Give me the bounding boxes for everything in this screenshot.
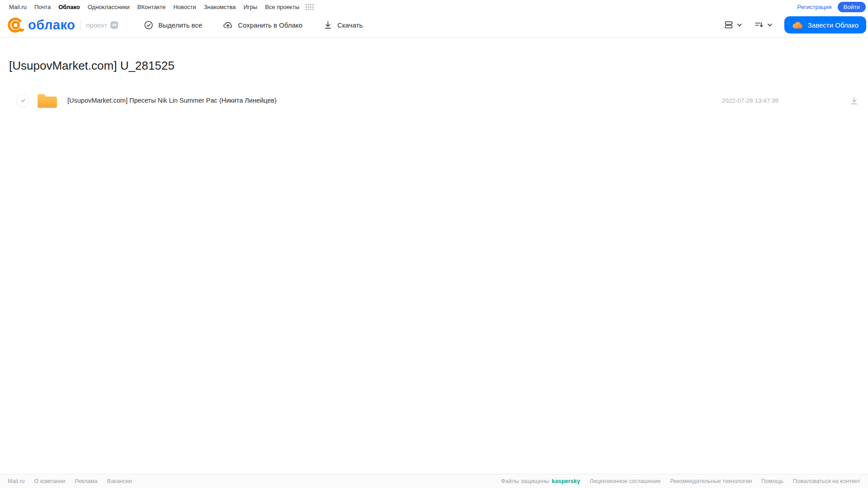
footer-link-license[interactable]: Лицензионное соглашение (590, 478, 661, 484)
footer-left-links: Mail.ru О компании Реклама Вакансии (8, 478, 132, 484)
cloud-upload-icon (223, 20, 233, 30)
save-to-cloud-label: Сохранить в Облако (238, 21, 303, 29)
save-to-cloud-button[interactable]: Сохранить в Облако (223, 20, 303, 30)
vk-project-label: проект vk (81, 20, 118, 30)
chevron-down-icon (736, 22, 743, 28)
get-cloud-button[interactable]: Завести Облако (784, 16, 866, 33)
kaspersky-protected: Файлы защищены kaspersky (501, 478, 580, 484)
row-checkbox[interactable] (16, 94, 29, 107)
topbar-link-pochta[interactable]: Почта (34, 4, 51, 10)
topbar-link-odnoklassniki[interactable]: Одноклассники (88, 4, 130, 10)
topbar-link-oblako[interactable]: Облако (58, 4, 80, 10)
sort-dropdown[interactable] (754, 20, 773, 30)
file-row[interactable]: [UsupovMarket.com] Пресеты Nik Lin Summe… (0, 88, 868, 113)
project-text: проект (86, 21, 107, 29)
protected-label: Файлы защищены (501, 478, 549, 484)
logo-wordmark: облако (28, 18, 75, 33)
folder-icon[interactable] (37, 92, 58, 109)
folder-name-link[interactable]: [UsupovMarket.com] Пресеты Nik Lin Summe… (67, 97, 277, 104)
topbar-auth: Регистрация Войти (797, 2, 866, 12)
footer-link-help[interactable]: Помощь (761, 478, 783, 484)
footer-link-ads[interactable]: Реклама (75, 478, 97, 484)
check-circle-icon (144, 20, 153, 30)
topbar-link-vse-proekty[interactable]: Все проекты (265, 4, 299, 10)
footer-link-report-content[interactable]: Пожаловаться на контент (793, 478, 860, 484)
view-mode-dropdown[interactable] (724, 20, 743, 30)
file-date: 2022-07-26 13:47:39 (722, 97, 778, 104)
cloud-logo[interactable]: облако проект vk (7, 17, 144, 33)
row-download-icon[interactable] (849, 96, 859, 105)
footer-link-about[interactable]: О компании (34, 478, 66, 484)
orange-cloud-icon (792, 21, 803, 29)
kaspersky-logo[interactable]: kaspersky (552, 478, 580, 484)
footer-link-recommendation-tech[interactable]: Рекомендательные технологии (670, 478, 752, 484)
download-label: Скачать (337, 21, 363, 29)
topbar-link-novosti[interactable]: Новости (173, 4, 196, 10)
login-button[interactable]: Войти (838, 2, 866, 12)
footer-link-mailru[interactable]: Mail.ru (8, 478, 25, 484)
sort-icon (754, 20, 764, 30)
file-toolbar: Выделить все Сохранить в Облако Скачат (144, 20, 363, 30)
select-all-label: Выделить все (158, 21, 202, 29)
topbar-link-vkontakte[interactable]: ВКонтакте (138, 4, 166, 10)
portal-topbar: Mail.ru Почта Облако Одноклассники ВКонт… (0, 0, 868, 13)
portal-nav: Mail.ru Почта Облако Одноклассники ВКонт… (9, 4, 314, 10)
get-cloud-label: Завести Облако (808, 21, 859, 29)
footer-right-links: Файлы защищены kaspersky Лицензионное со… (501, 478, 860, 484)
download-button[interactable]: Скачать (323, 20, 363, 29)
download-icon (323, 20, 332, 29)
footer-link-jobs[interactable]: Вакансии (107, 478, 132, 484)
topbar-link-mailru[interactable]: Mail.ru (9, 4, 27, 10)
cloud-header: облако проект vk Выделить все (0, 13, 868, 38)
vk-badge-icon: vk (110, 21, 118, 29)
apps-grid-icon[interactable] (305, 4, 314, 10)
topbar-link-igry[interactable]: Игры (243, 4, 257, 10)
footer: Mail.ru О компании Реклама Вакансии Файл… (0, 474, 868, 488)
chevron-down-icon (767, 22, 773, 28)
register-link[interactable]: Регистрация (797, 4, 832, 10)
topbar-link-znakomstva[interactable]: Знакомства (204, 4, 236, 10)
select-all-button[interactable]: Выделить все (144, 20, 202, 30)
header-right-controls: Завести Облако (724, 16, 866, 33)
list-view-icon (724, 20, 734, 30)
mailru-at-icon (7, 17, 24, 33)
page-title: [UsupovMarket.com] U_281525 (9, 59, 868, 73)
